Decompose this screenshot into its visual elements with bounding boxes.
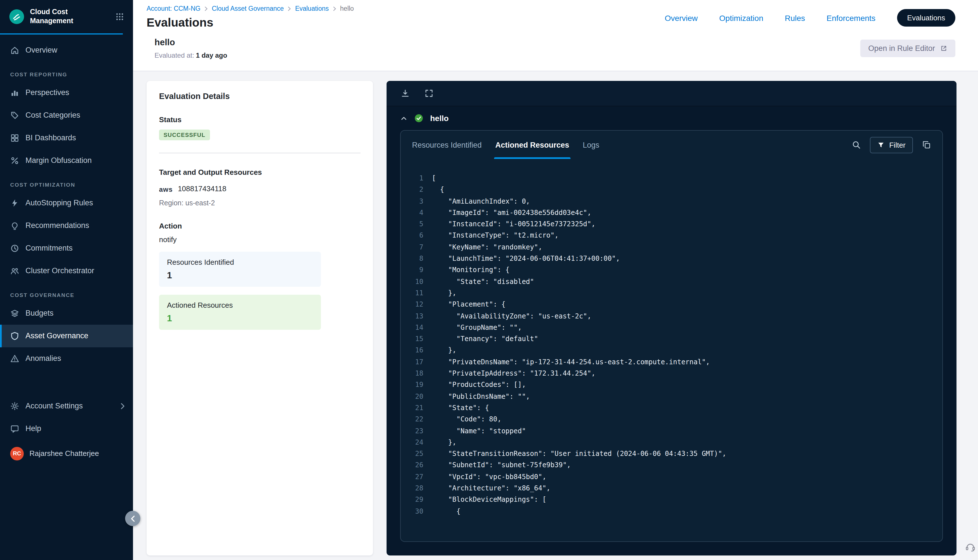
funnel-icon (877, 141, 885, 148)
line-content: "Tenancy": "default" (432, 333, 538, 345)
sidebar-item-budgets[interactable]: Budgets (0, 302, 133, 324)
sidebar-item-recommendations[interactable]: Recommendations (0, 214, 133, 237)
help-chat-icon (10, 424, 19, 433)
sidebar-item-cluster-orchestrator[interactable]: Cluster Orchestrator (0, 259, 133, 282)
search-icon[interactable] (852, 140, 861, 149)
aws-account-row: aws 108817434118 (159, 184, 360, 193)
copy-icon[interactable] (922, 140, 931, 149)
sidebar-item-anomalies[interactable]: Anomalies (0, 347, 133, 370)
line-content: "ImageId": "ami-002438e556dd03e4c", (432, 207, 591, 218)
open-in-rule-editor-button[interactable]: Open in Rule Editor (860, 40, 955, 57)
viewer-evaluation-name: hello (430, 114, 449, 123)
breadcrumb-evaluations-link[interactable]: Evaluations (295, 5, 329, 12)
top-nav-evaluations-active[interactable]: Evaluations (897, 9, 955, 27)
sidebar-item-bi-dashboards[interactable]: BI Dashboards (0, 127, 133, 149)
line-content: "Placement": { (432, 299, 506, 310)
sidebar-item-margin-obfuscation[interactable]: Margin Obfuscation (0, 149, 133, 172)
line-number: 2 (411, 184, 423, 196)
code-line: 13 "AvailabilityZone": "us-east-2c", (411, 310, 931, 322)
top-nav: Overview Optimization Rules Enforcements… (665, 9, 955, 27)
line-content: [ (432, 173, 436, 184)
sidebar-item-help[interactable]: Help (0, 417, 133, 440)
breadcrumb-account-link[interactable]: Account: CCM-NG (147, 5, 200, 12)
evaluated-at-label: Evaluated at: (155, 52, 194, 59)
line-content: "Code": 80, (432, 413, 501, 425)
bulb-icon (10, 221, 19, 230)
user-profile[interactable]: RC Rajarshee Chatterjee (0, 440, 133, 469)
code-line: 24 }, (411, 437, 931, 448)
tab-actioned-resources[interactable]: Actioned Resources (495, 131, 569, 159)
sidebar-collapse-handle[interactable] (125, 511, 140, 526)
breadcrumb-separator-icon (204, 6, 208, 11)
sidebar-item-autostopping-rules[interactable]: AutoStopping Rules (0, 192, 133, 214)
results-actions: Filter (852, 131, 931, 159)
sidebar-item-overview[interactable]: Overview (0, 39, 133, 62)
breadcrumb-governance-link[interactable]: Cloud Asset Governance (212, 5, 284, 12)
sidebar-item-label: Overview (25, 46, 57, 54)
section-label-cost-governance: COST GOVERNANCE (0, 282, 133, 302)
line-number: 15 (411, 333, 423, 345)
sidebar-item-label: Cluster Orchestrator (25, 267, 94, 275)
chevron-up-icon[interactable] (400, 115, 407, 122)
code-line: 28 "Architecture": "x86_64", (411, 483, 931, 494)
status-badge: SUCCESSFUL (159, 130, 210, 140)
external-link-icon (940, 45, 948, 52)
json-code-viewer[interactable]: 1 [ 2 { 3 "AmiLaunchIndex": (401, 159, 942, 541)
code-line: 30 { (411, 505, 931, 517)
code-line: 14 "GroupName": "", (411, 322, 931, 333)
sidebar-item-account-settings[interactable]: Account Settings (0, 395, 133, 417)
line-content: "InstanceType": "t2.micro", (432, 230, 559, 242)
ccm-logo-icon (9, 9, 24, 24)
fullscreen-icon[interactable] (424, 89, 434, 98)
code-line: 21 "State": { (411, 402, 931, 414)
download-icon[interactable] (401, 89, 410, 98)
line-content: "KeyName": "randomkey", (432, 242, 542, 253)
sidebar-item-label: Asset Governance (25, 332, 88, 340)
top-nav-overview[interactable]: Overview (665, 13, 698, 22)
sidebar-item-asset-governance[interactable]: Asset Governance (0, 324, 133, 347)
evaluation-details-card: Evaluation Details Status SUCCESSFUL Tar… (147, 81, 373, 555)
line-content: "InstanceId": "i-00512145e7372325d", (432, 218, 596, 230)
sidebar-item-cost-categories[interactable]: Cost Categories (0, 104, 133, 127)
shield-icon (10, 331, 19, 340)
line-content: "PrivateIpAddress": "172.31.44.254", (432, 368, 596, 379)
module-switcher-icon[interactable] (115, 12, 124, 21)
line-content: "AvailabilityZone": "us-east-2c", (432, 310, 591, 322)
top-nav-optimization[interactable]: Optimization (719, 13, 763, 22)
tab-resources-identified[interactable]: Resources Identified (412, 131, 482, 159)
section-label-cost-reporting: COST REPORTING (0, 62, 133, 81)
target-resources-label: Target and Output Resources (159, 168, 360, 177)
code-line: 16 }, (411, 345, 931, 357)
sidebar-item-commitments[interactable]: Commitments (0, 237, 133, 259)
tab-logs[interactable]: Logs (582, 131, 599, 159)
line-number: 13 (411, 310, 423, 322)
line-content: "StateTransitionReason": "User initiated… (432, 448, 726, 460)
resources-identified-stat: Resources Identified 1 (159, 252, 321, 287)
aws-logo-icon: aws (159, 185, 173, 193)
filter-button[interactable]: Filter (870, 137, 913, 153)
top-nav-enforcements[interactable]: Enforcements (826, 13, 876, 22)
support-chat-icon[interactable] (965, 541, 976, 552)
sidebar-item-label: AutoStopping Rules (25, 198, 93, 207)
code-line: 9 "Monitoring": { (411, 265, 931, 276)
action-label: Action (159, 222, 360, 230)
sidebar-item-label: Anomalies (25, 354, 61, 363)
line-number: 17 (411, 357, 423, 368)
action-value: notify (159, 235, 360, 244)
results-tabs: Resources Identified Actioned Resources … (401, 131, 942, 159)
perspectives-chart-icon (10, 88, 19, 97)
line-content: "State": "disabled" (432, 276, 534, 287)
line-content: { (432, 505, 461, 517)
line-content: "State": { (432, 402, 489, 414)
line-content: "ProductCodes": [], (432, 379, 526, 391)
filter-label: Filter (889, 140, 906, 149)
code-line: 11 }, (411, 287, 931, 299)
line-content: }, (432, 287, 456, 299)
sidebar-item-label: Recommendations (25, 221, 89, 230)
sidebar-item-label: Help (25, 424, 41, 433)
sidebar-item-perspectives[interactable]: Perspectives (0, 81, 133, 104)
top-nav-rules[interactable]: Rules (785, 13, 805, 22)
cost-categories-icon (10, 111, 19, 120)
code-line: 10 "State": "disabled" (411, 276, 931, 287)
line-number: 19 (411, 379, 423, 391)
